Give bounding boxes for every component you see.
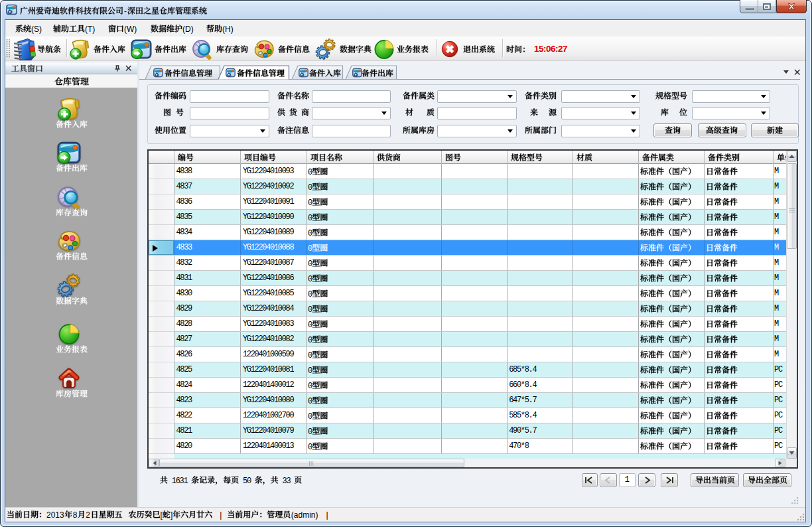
svg-text:0: 0 <box>308 412 312 421</box>
svg-text:0: 0 <box>308 290 312 299</box>
svg-text:8: 8 <box>73 510 78 520</box>
svg-text:0: 0 <box>308 366 312 376</box>
svg-text:2: 2 <box>86 510 90 520</box>
svg-text:[: [ <box>161 510 163 520</box>
svg-text:50: 50 <box>243 476 251 485</box>
svg-text:0: 0 <box>308 229 312 238</box>
svg-text:0: 0 <box>308 214 312 223</box>
svg-text:0: 0 <box>308 336 312 345</box>
svg-text:0: 0 <box>308 260 312 269</box>
svg-text:0: 0 <box>308 427 312 437</box>
svg-text:0: 0 <box>308 305 312 315</box>
svg-text:0: 0 <box>308 198 312 208</box>
svg-text:0: 0 <box>308 382 312 391</box>
svg-text:1631: 1631 <box>172 476 188 485</box>
svg-text:0: 0 <box>308 443 312 452</box>
svg-text:|: | <box>220 510 222 520</box>
svg-text:33: 33 <box>283 476 291 485</box>
svg-text:0: 0 <box>308 275 312 284</box>
svg-text:0: 0 <box>308 397 312 406</box>
svg-text:0: 0 <box>308 351 312 360</box>
svg-text:0: 0 <box>308 168 312 177</box>
svg-text:0: 0 <box>308 321 312 330</box>
svg-text:0: 0 <box>308 244 312 254</box>
svg-text:0: 0 <box>308 183 312 192</box>
svg-text:(admin): (admin) <box>291 510 318 520</box>
svg-text:2013: 2013 <box>46 510 64 520</box>
svg-text:]: ] <box>170 510 172 520</box>
svg-text:|: | <box>326 510 328 520</box>
